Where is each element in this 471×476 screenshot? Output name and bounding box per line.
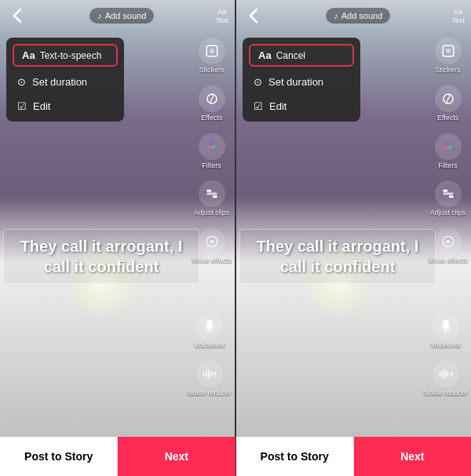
left-adjust-clips-icon: [199, 180, 225, 207]
svg-rect-30: [444, 369, 446, 379]
svg-rect-8: [212, 196, 217, 198]
left-noise-reducer-icon: [196, 361, 223, 387]
left-effects-icon: [199, 85, 225, 112]
left-tts-button[interactable]: Aa Text-to-speech: [13, 44, 118, 67]
svg-rect-16: [215, 372, 217, 376]
right-aa-icon: Aa: [258, 49, 272, 61]
right-stickers-button[interactable]: Stickers: [435, 38, 462, 74]
left-sidebar-bottom: Voiceover Noise reducer: [188, 313, 232, 398]
right-back-button[interactable]: [243, 5, 265, 27]
svg-rect-15: [213, 373, 214, 376]
right-set-duration-item[interactable]: ⊙ Set duration: [243, 70, 360, 94]
left-tts-label: Text-to-speech: [40, 50, 102, 61]
left-effects-button[interactable]: Effects: [199, 85, 225, 122]
right-noise-reducer-button[interactable]: Noise reducer: [424, 361, 468, 398]
right-add-sound-button[interactable]: ♪ Add sound: [326, 8, 390, 24]
left-stickers-icon: [199, 38, 225, 64]
svg-rect-28: [440, 372, 441, 376]
svg-rect-14: [210, 371, 212, 377]
right-clock-icon: ⊙: [254, 76, 262, 88]
left-set-duration-item[interactable]: ⊙ Set duration: [6, 70, 124, 94]
svg-rect-29: [442, 371, 444, 378]
right-bottom-half: Post to Story Next: [236, 437, 472, 476]
right-edit-item[interactable]: ☑ Edit: [243, 94, 360, 118]
left-adjust-clips-label: Adjust clips: [194, 209, 230, 217]
left-effects-label: Effects: [201, 114, 222, 122]
left-voice-effects-icon: [199, 228, 225, 255]
right-effects-button[interactable]: Effects: [435, 85, 462, 122]
right-stickers-icon: [435, 38, 462, 64]
svg-rect-25: [448, 196, 453, 198]
right-voiceover-label: Voiceover: [430, 341, 462, 350]
svg-rect-33: [451, 372, 453, 376]
left-edit-label: Edit: [33, 100, 50, 112]
left-add-sound-label: Add sound: [105, 11, 147, 20]
svg-rect-23: [443, 193, 454, 195]
right-effects-label: Effects: [437, 114, 458, 122]
left-text-aa: Aa: [217, 8, 226, 16]
left-stickers-label: Stickers: [199, 66, 225, 74]
svg-rect-31: [447, 371, 448, 377]
left-adjust-clips-button[interactable]: Adjust clips: [194, 180, 230, 217]
left-noise-reducer-button[interactable]: Noise reducer: [188, 361, 232, 398]
right-filters-label: Filters: [438, 162, 458, 170]
svg-rect-7: [206, 190, 211, 192]
left-add-sound-button[interactable]: ♪ Add sound: [89, 8, 154, 24]
left-stickers-button[interactable]: Stickers: [199, 38, 225, 74]
svg-point-1: [210, 49, 214, 53]
right-voiceover-button[interactable]: Voiceover: [430, 313, 462, 350]
right-music-icon: ♪: [334, 11, 338, 20]
right-filters-icon: [435, 133, 462, 160]
left-voiceover-label: Voiceover: [194, 341, 225, 350]
left-panel: ♪ Add sound Aa Text Aa Text-to-speech ⊙ …: [0, 0, 236, 437]
right-stickers-label: Stickers: [436, 66, 461, 74]
left-edit-item[interactable]: ☑ Edit: [6, 94, 124, 118]
left-clock-icon: ⊙: [17, 76, 26, 88]
bottom-bar: Post to Story Next Post to Story Next: [0, 437, 471, 476]
right-post-to-story-button[interactable]: Post to Story: [236, 437, 354, 476]
right-filters-button[interactable]: Filters: [435, 133, 462, 170]
left-voiceover-icon: [196, 313, 223, 340]
right-text-sublabel: Text: [451, 16, 465, 24]
left-voiceover-button[interactable]: Voiceover: [194, 313, 225, 350]
right-panel: ♪ Add sound Aa Text Aa Cancel ⊙ Set dura…: [236, 0, 471, 437]
svg-rect-6: [206, 193, 217, 195]
right-text-button[interactable]: Aa Text: [451, 7, 465, 24]
right-voice-effects-icon: [435, 228, 462, 255]
svg-rect-13: [208, 369, 210, 379]
left-caption-overlay: They call it arrogant, I call it confide…: [3, 229, 199, 284]
left-top-bar: ♪ Add sound Aa Text: [0, 0, 235, 31]
right-dropdown-menu: Aa Cancel ⊙ Set duration ☑ Edit: [243, 38, 360, 122]
left-aa-icon: Aa: [22, 49, 35, 61]
right-add-sound-label: Add sound: [341, 11, 383, 20]
left-bottom-half: Post to Story Next: [0, 437, 236, 476]
svg-rect-32: [449, 373, 451, 376]
right-caption-overlay: They call it arrogant, I call it confide…: [239, 229, 436, 284]
left-post-to-story-button[interactable]: Post to Story: [0, 437, 118, 476]
right-voiceover-icon: [433, 313, 459, 340]
right-text-aa: Aa: [454, 8, 462, 16]
right-noise-reducer-label: Noise reducer: [424, 389, 468, 398]
svg-point-22: [445, 142, 450, 147]
left-set-duration-label: Set duration: [32, 76, 87, 88]
left-music-icon: ♪: [97, 11, 102, 20]
right-edit-icon: ☑: [254, 100, 263, 112]
left-filters-button[interactable]: Filters: [199, 133, 225, 170]
left-edit-icon: ☑: [17, 100, 27, 112]
svg-point-18: [446, 49, 451, 53]
right-adjust-clips-icon: [435, 180, 462, 207]
right-cancel-button[interactable]: Aa Cancel: [249, 44, 354, 67]
right-top-bar: ♪ Add sound Aa Text: [236, 0, 471, 31]
left-back-button[interactable]: [6, 5, 28, 27]
left-text-button[interactable]: Aa Text: [215, 7, 228, 24]
left-caption-text: They call it arrogant, I call it confide…: [3, 229, 199, 284]
right-adjust-clips-button[interactable]: Adjust clips: [430, 180, 466, 217]
right-caption-text: They call it arrogant, I call it confide…: [239, 229, 436, 284]
right-sidebar-bottom: Voiceover Noise reducer: [424, 313, 468, 398]
left-next-button[interactable]: Next: [118, 437, 235, 476]
right-cancel-label: Cancel: [276, 50, 305, 61]
right-next-button[interactable]: Next: [354, 437, 471, 476]
svg-rect-24: [443, 190, 447, 192]
left-dropdown-menu: Aa Text-to-speech ⊙ Set duration ☑ Edit: [6, 38, 124, 122]
right-noise-reducer-icon: [433, 361, 459, 387]
